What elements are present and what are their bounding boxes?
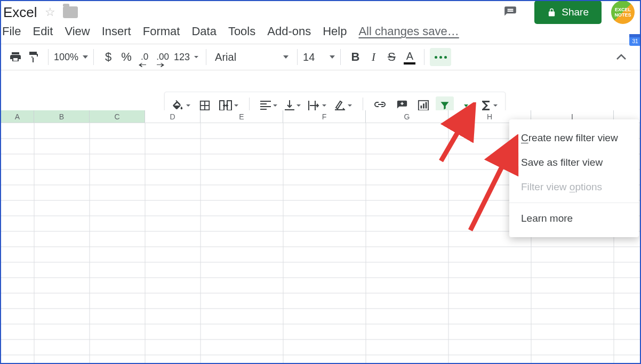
svg-rect-13 (426, 102, 427, 109)
menu-file[interactable]: File (2, 25, 21, 38)
lock-icon (547, 7, 556, 18)
chevron-down-icon (330, 55, 335, 59)
menu-help[interactable]: Help (323, 25, 347, 38)
italic-button[interactable]: I (364, 48, 382, 66)
chevron-down-icon (493, 104, 498, 107)
paint-format-button[interactable] (25, 48, 43, 66)
arrow-right-icon (157, 63, 164, 67)
menu-item-learn-more[interactable]: Learn more (509, 206, 639, 231)
comment-plus-icon (396, 100, 408, 111)
svg-rect-1 (629, 34, 641, 37)
menu-item-filter-view-options: Filter view options (509, 175, 639, 199)
rotation-icon (334, 100, 346, 111)
menu-bar: File Edit View Insert Format Data Tools … (1, 22, 640, 44)
comments-button[interactable] (501, 4, 519, 20)
share-label: Share (562, 6, 589, 18)
svg-rect-8 (308, 101, 309, 110)
sigma-icon (480, 100, 491, 111)
filter-icon (439, 100, 450, 111)
calendar-icon[interactable]: 31 (629, 32, 641, 46)
menu-insert[interactable]: Insert (102, 25, 131, 38)
column-header-B[interactable]: B (34, 110, 90, 123)
star-icon[interactable]: ☆ (45, 5, 55, 19)
menu-item-create-new-filter-view[interactable]: Create new filter view (509, 126, 639, 150)
link-icon (374, 102, 387, 109)
column-header-G[interactable]: G (366, 110, 448, 123)
comment-icon (503, 5, 518, 19)
format-percent-button[interactable]: % (117, 48, 135, 66)
paint-bucket-icon (172, 100, 184, 111)
chevron-down-icon (348, 104, 352, 107)
format-currency-button[interactable]: $ (99, 48, 117, 66)
more-formats-button[interactable]: 123 (172, 48, 201, 66)
chevron-down-icon (194, 56, 198, 58)
print-icon (9, 51, 22, 63)
bold-button[interactable]: B (346, 48, 364, 66)
column-header-F[interactable]: F (283, 110, 366, 123)
chevron-down-icon (186, 104, 190, 107)
chevron-down-icon (273, 104, 277, 107)
zoom-select[interactable]: 100% (54, 52, 88, 63)
color-swatch (404, 62, 415, 64)
menu-edit[interactable]: Edit (33, 25, 53, 38)
font-size-select[interactable]: 14 (303, 51, 335, 63)
menu-item-save-as-filter-view[interactable]: Save as filter view (509, 150, 639, 175)
strikethrough-button[interactable]: S (382, 48, 400, 66)
more-tools-button[interactable] (430, 48, 451, 66)
paint-roller-icon (27, 51, 40, 63)
increase-decimal-button[interactable]: .00 (154, 48, 172, 66)
menu-data[interactable]: Data (191, 25, 216, 38)
folder-icon[interactable] (63, 6, 78, 18)
column-header-D[interactable]: D (145, 110, 201, 123)
menu-addons[interactable]: Add-ons (267, 25, 311, 38)
merge-icon (219, 100, 232, 111)
column-header-E[interactable]: E (201, 110, 283, 123)
chart-icon (418, 100, 429, 111)
title-bar: Excel ☆ Share EXCEL NOTES (1, 1, 640, 22)
column-header-C[interactable]: C (90, 110, 145, 123)
font-select[interactable]: Arial (212, 51, 292, 63)
chevron-down-icon (297, 104, 301, 107)
chevron-up-icon (616, 54, 626, 60)
menu-view[interactable]: View (65, 25, 90, 38)
collapse-toolbar-button[interactable] (612, 48, 630, 66)
chevron-down-icon (322, 104, 326, 107)
decrease-decimal-button[interactable]: .0 (135, 48, 154, 66)
chevron-down-icon (83, 55, 88, 59)
column-header-A[interactable]: A (1, 110, 34, 123)
menu-format[interactable]: Format (143, 25, 180, 38)
doc-title[interactable]: Excel (3, 4, 37, 21)
align-left-icon (260, 101, 271, 110)
svg-rect-11 (421, 106, 422, 109)
text-color-button[interactable]: A (400, 48, 419, 66)
borders-icon (199, 100, 211, 111)
chevron-down-icon (234, 104, 238, 107)
arrow-left-icon (139, 63, 146, 67)
save-status[interactable]: All changes save… (358, 25, 459, 38)
share-button[interactable]: Share (534, 1, 602, 24)
align-bottom-icon (285, 100, 294, 111)
menu-tools[interactable]: Tools (228, 25, 255, 38)
chevron-down-icon (283, 55, 289, 59)
avatar[interactable]: EXCEL NOTES (611, 1, 635, 24)
svg-text:31: 31 (632, 38, 638, 44)
chevron-down-icon (464, 104, 468, 107)
print-button[interactable] (6, 48, 25, 66)
svg-rect-12 (423, 103, 424, 108)
toolbar-primary: 100% $ % .0 .00 123 Arial 14 B I S A (1, 44, 640, 70)
wrap-overflow-icon (308, 101, 320, 110)
filter-views-menu: Create new filter view Save as filter vi… (509, 119, 639, 237)
